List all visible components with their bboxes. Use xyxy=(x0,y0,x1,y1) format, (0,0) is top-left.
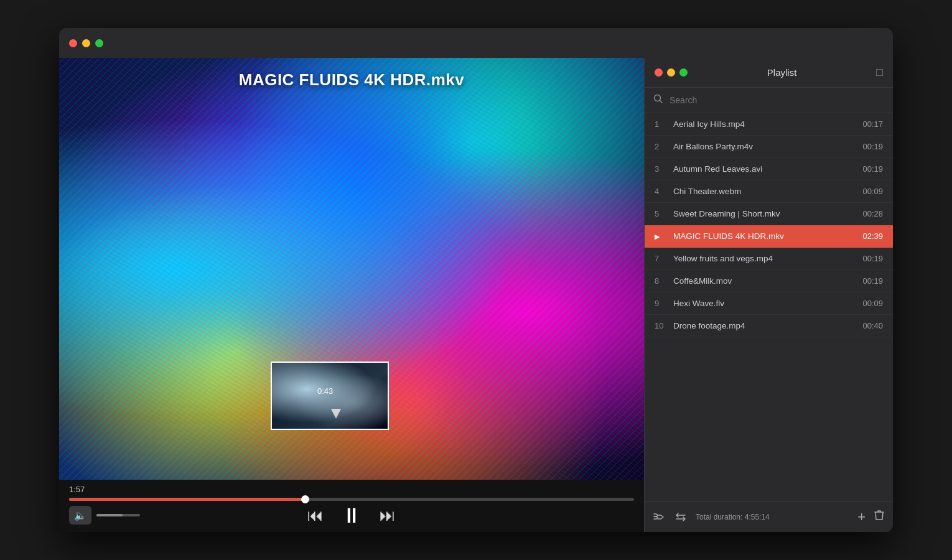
minimize-button[interactable] xyxy=(82,39,90,47)
traffic-lights xyxy=(69,39,103,47)
item-duration: 00:19 xyxy=(862,254,883,263)
item-name: Chi Theater.webm xyxy=(673,187,855,196)
playlist-maximize-button[interactable] xyxy=(679,68,688,77)
pause-button[interactable]: ⏸ xyxy=(341,503,362,528)
playlist-title: Playlist xyxy=(767,67,797,78)
item-duration: 02:39 xyxy=(862,231,883,241)
search-icon xyxy=(653,94,663,106)
volume-icon: 🔈 xyxy=(74,510,86,521)
title-bar xyxy=(59,28,893,58)
shuffle-button[interactable] xyxy=(653,512,666,522)
search-input[interactable] xyxy=(670,95,884,105)
playlist-traffic-lights xyxy=(655,68,688,77)
play-indicator: ▶ xyxy=(655,233,660,240)
controls-bar: 1:57 🔈 xyxy=(59,480,644,532)
item-name: Air Ballons Party.m4v xyxy=(673,142,855,151)
item-name: MAGIC FLUIDS 4K HDR.mkv xyxy=(673,231,855,241)
thumbnail-preview xyxy=(271,362,389,430)
total-duration: Total duration: 4:55:14 xyxy=(696,513,849,521)
playlist-minimize-button[interactable] xyxy=(667,68,675,77)
progress-track[interactable] xyxy=(69,498,634,501)
playlist-item[interactable]: 7Yellow fruits and vegs.mp400:19 xyxy=(645,248,893,270)
item-duration: 00:28 xyxy=(862,209,883,218)
delete-button[interactable] xyxy=(874,510,884,524)
item-duration: 00:40 xyxy=(862,321,883,330)
close-button[interactable] xyxy=(69,39,77,47)
next-button[interactable]: ⏭ xyxy=(380,506,396,525)
item-number: 9 xyxy=(655,299,670,308)
prev-button[interactable]: ⏮ xyxy=(307,506,324,525)
playlist-item[interactable]: ▶MAGIC FLUIDS 4K HDR.mkv02:39 xyxy=(645,225,893,248)
chat-icon[interactable]: □ xyxy=(876,66,883,79)
item-number: 3 xyxy=(655,164,670,174)
item-number: 8 xyxy=(655,276,670,286)
next-icon: ⏭ xyxy=(380,506,396,525)
main-content: MAGIC FLUIDS 4K HDR.mkv 0:43 1:57 xyxy=(59,58,893,532)
current-time: 1:57 xyxy=(69,485,634,494)
svg-line-1 xyxy=(660,101,663,103)
video-area: MAGIC FLUIDS 4K HDR.mkv 0:43 1:57 xyxy=(59,58,644,532)
video-background: MAGIC FLUIDS 4K HDR.mkv 0:43 xyxy=(59,58,644,480)
item-name: Sweet Dreaming | Short.mkv xyxy=(673,209,855,218)
repeat-button[interactable] xyxy=(674,512,687,522)
item-name: Coffe&Milk.mov xyxy=(673,276,855,286)
playlist-header: Playlist □ xyxy=(645,58,893,88)
pause-icon: ⏸ xyxy=(341,503,362,528)
volume-button[interactable]: 🔈 xyxy=(69,506,91,525)
item-number: 10 xyxy=(655,321,670,330)
playlist-panel: Playlist □ 1Aerial Icy Hills.mp400:172Ai… xyxy=(644,58,893,532)
volume-group: 🔈 xyxy=(69,506,140,525)
item-name: Yellow fruits and vegs.mp4 xyxy=(673,254,855,263)
progress-area: 1:57 xyxy=(69,485,634,501)
item-number: 7 xyxy=(655,254,670,263)
playlist-item[interactable]: 5Sweet Dreaming | Short.mkv00:28 xyxy=(645,203,893,225)
add-button[interactable]: + xyxy=(857,509,866,525)
item-duration: 00:19 xyxy=(862,164,883,174)
item-duration: 00:19 xyxy=(862,276,883,286)
item-number: 2 xyxy=(655,142,670,151)
playlist-item[interactable]: 2Air Ballons Party.m4v00:19 xyxy=(645,136,893,158)
item-name: Aerial Icy Hills.mp4 xyxy=(673,119,855,129)
playlist-item[interactable]: 10Drone footage.mp400:40 xyxy=(645,315,893,337)
playlist-footer: Total duration: 4:55:14 + xyxy=(645,501,893,532)
playlist-item[interactable]: 9Hexi Wave.flv00:09 xyxy=(645,292,893,315)
maximize-button[interactable] xyxy=(95,39,103,47)
playlist-item[interactable]: 8Coffe&Milk.mov00:19 xyxy=(645,270,893,292)
time-tooltip: 0:43 xyxy=(317,386,333,396)
volume-track[interactable] xyxy=(96,514,140,516)
playlist-item[interactable]: 1Aerial Icy Hills.mp400:17 xyxy=(645,113,893,136)
video-title: MAGIC FLUIDS 4K HDR.mkv xyxy=(239,70,465,90)
thumbnail-inner xyxy=(272,363,388,429)
playlist-item[interactable]: 4Chi Theater.webm00:09 xyxy=(645,180,893,203)
playlist-close-button[interactable] xyxy=(655,68,663,77)
item-number: ▶ xyxy=(655,231,670,241)
item-duration: 00:09 xyxy=(862,299,883,308)
controls-row: 🔈 ⏮ ⏸ ⏭ xyxy=(69,506,634,525)
playlist-search-bar xyxy=(645,88,893,113)
item-duration: 00:17 xyxy=(862,119,883,129)
item-number: 5 xyxy=(655,209,670,218)
item-duration: 00:09 xyxy=(862,187,883,196)
prev-icon: ⏮ xyxy=(307,506,324,525)
progress-fill xyxy=(69,498,306,501)
item-duration: 00:19 xyxy=(862,142,883,151)
app-window: MAGIC FLUIDS 4K HDR.mkv 0:43 1:57 xyxy=(59,28,893,532)
item-number: 4 xyxy=(655,187,670,196)
item-number: 1 xyxy=(655,119,670,129)
playlist-items: 1Aerial Icy Hills.mp400:172Air Ballons P… xyxy=(645,113,893,501)
item-name: Hexi Wave.flv xyxy=(673,299,855,308)
item-name: Drone footage.mp4 xyxy=(673,321,855,330)
playlist-item[interactable]: 3Autumn Red Leaves.avi00:19 xyxy=(645,158,893,180)
item-name: Autumn Red Leaves.avi xyxy=(673,164,855,174)
transport-controls: ⏮ ⏸ ⏭ xyxy=(307,503,396,528)
